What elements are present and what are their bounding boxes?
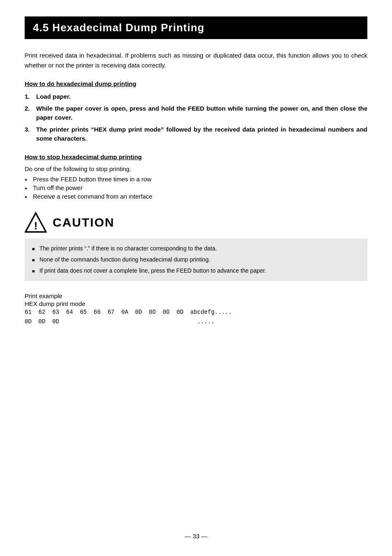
page: 4.5 Hexadecimal Dump Printing Print rece… [0,0,392,556]
how-to-stop-title: How to stop hexadecimal dump printing [25,153,367,160]
stop-item-3: ● Receive a reset command from an interf… [25,193,367,200]
intro-text: Print received data in hexadecimal. If p… [25,51,367,70]
step-1-text: Load paper. [36,92,71,102]
caution-item-3: ■ If print data does not cover a complet… [32,266,360,275]
bullet-icon-3: ● [25,195,33,199]
stop-list: ● Press the FEED button three times in a… [25,176,367,200]
section-header: 4.5 Hexadecimal Dump Printing [25,16,367,39]
svg-text:!: ! [34,220,38,232]
print-example-line1: 61 62 63 64 65 66 67 0A 0D 0D 0D 0D abcd… [25,308,367,317]
print-example: Print example HEX dump print mode 61 62 … [25,292,367,326]
bullet-icon-2: ● [25,186,33,190]
section-title: 4.5 Hexadecimal Dump Printing [33,21,359,34]
print-example-label2: HEX dump print mode [25,300,367,307]
page-number: — 33 — [184,533,207,540]
stop-item-1-text: Press the FEED button three times in a r… [33,176,151,183]
stop-item-3-text: Receive a reset command from an interfac… [33,193,152,200]
stop-intro: Do one of the following to stop printing… [25,165,367,172]
caution-triangle-icon: ! [25,211,47,234]
step-2: 2. While the paper cover is open, press … [25,104,367,123]
stop-item-2-text: Turn off the power [33,184,83,191]
print-example-label1: Print example [25,292,367,299]
how-to-stop-section: How to stop hexadecimal dump printing Do… [25,153,367,200]
step-2-text: While the paper cover is open, press and… [36,104,367,123]
step-1-num: 1. [25,92,36,102]
bullet-icon-1: ● [25,177,33,182]
caution-item-1-text: The printer prints “.” if there is no ch… [39,244,217,253]
caution-item-2: ■ None of the commands function during h… [32,255,360,264]
caution-bullet-icon-3: ■ [32,268,39,275]
step-3: 3. The printer prints “HEX dump print mo… [25,125,367,144]
caution-box: ■ The printer prints “.” if there is no … [25,239,367,281]
how-to-do-title: How to do hexadecimal dump printing [25,80,367,87]
stop-item-1: ● Press the FEED button three times in a… [25,176,367,183]
caution-item-2-text: None of the commands function during hex… [39,255,210,264]
step-3-num: 3. [25,125,36,144]
caution-title: CAUTION [53,215,115,229]
step-2-num: 2. [25,104,36,123]
caution-item-1: ■ The printer prints “.” if there is no … [32,244,360,253]
caution-bullet-icon-2: ■ [32,257,39,264]
stop-item-2: ● Turn off the power [25,184,367,191]
step-3-text: The printer prints “HEX dump print mode”… [36,125,367,144]
caution-header: ! CAUTION [25,211,367,234]
caution-section: ! CAUTION ■ The printer prints “.” if th… [25,211,367,281]
caution-item-3-text: If print data does not cover a complete … [39,266,266,275]
page-footer: — 33 — [0,533,392,540]
print-example-line2: 0D 0D 0D ..... [25,317,367,326]
how-to-do-section: How to do hexadecimal dump printing 1. L… [25,80,367,144]
steps-list: 1. Load paper. 2. While the paper cover … [25,92,367,144]
caution-bullet-icon-1: ■ [32,246,39,253]
step-1: 1. Load paper. [25,92,367,102]
